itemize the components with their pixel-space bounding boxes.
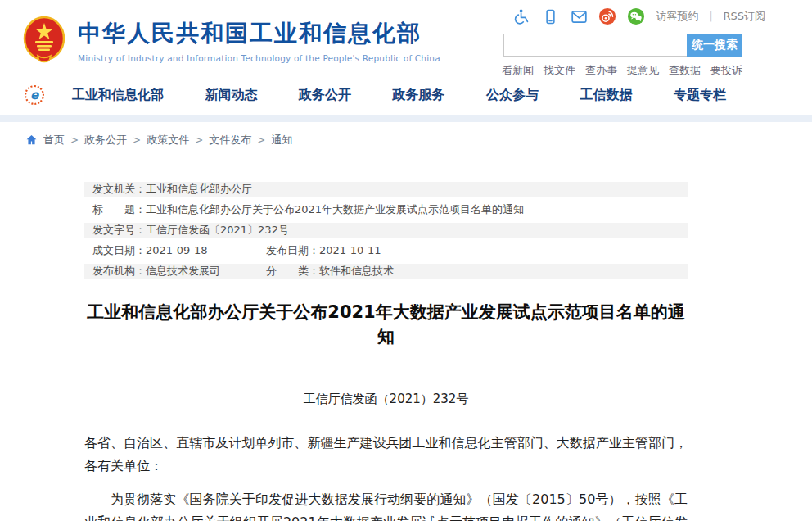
mobile-phone-icon[interactable] <box>541 7 559 25</box>
meta-label: 发布机构： <box>92 264 146 279</box>
breadcrumb-policy-documents[interactable]: 政策文件 <box>147 133 189 147</box>
nav-item-gov-services[interactable]: 政务服务 <box>393 87 445 104</box>
national-emblem-icon <box>23 16 65 64</box>
nav-item-gov-disclosure[interactable]: 政务公开 <box>299 87 351 104</box>
meta-value: 信息技术发展司 <box>146 264 220 279</box>
meta-label: 成文日期： <box>92 243 146 258</box>
site-logo[interactable]: 中华人民共和国工业和信息化部 Ministry of Industry and … <box>23 16 440 64</box>
meta-row-title: 标 题： 工业和信息化部办公厅关于公布2021年大数据产业发展试点示范项目名单的… <box>84 202 688 217</box>
accessibility-icon[interactable] <box>512 7 530 25</box>
brand-text: 中华人民共和国工业和信息化部 Ministry of Industry and … <box>78 18 440 63</box>
article-paragraph-salutation: 各省、自治区、直辖市及计划单列市、新疆生产建设兵团工业和信息化主管部门、大数据产… <box>84 432 688 477</box>
meta-row-document-number: 发文字号： 工信厅信发函〔2021〕232号 <box>84 223 688 238</box>
article-title: 工业和信息化部办公厅关于公布2021年大数据产业发展试点示范项目名单的通知 <box>84 300 688 349</box>
document-meta-table: 发文机关： 工业和信息化部办公厅 标 题： 工业和信息化部办公厅关于公布2021… <box>84 182 688 279</box>
article-doc-number: 工信厅信发函（2021）232号 <box>84 392 688 407</box>
quick-link-data[interactable]: 查数据 <box>669 63 701 78</box>
meta-label: 发布日期： <box>266 243 319 258</box>
visitor-appointment-link[interactable]: 访客预约 <box>656 9 698 24</box>
quick-link-feedback[interactable]: 提意见 <box>627 63 659 78</box>
quick-link-services[interactable]: 查办事 <box>585 63 617 78</box>
meta-label: 发文机关： <box>92 182 146 197</box>
home-icon[interactable] <box>25 134 38 147</box>
breadcrumb-home[interactable]: 首页 <box>43 133 65 147</box>
nav-item-public-participation[interactable]: 公众参与 <box>486 87 539 104</box>
quick-links-row: 看新闻 找文件 查办事 提意见 查数据 要投诉 <box>502 63 742 78</box>
nav-separator-band <box>0 115 812 122</box>
breadcrumb-document-release[interactable]: 文件发布 <box>209 133 251 147</box>
miit-notice-page: 中华人民共和国工业和信息化部 Ministry of Industry and … <box>0 0 812 521</box>
breadcrumb-separator: > <box>70 134 79 146</box>
mail-icon[interactable] <box>570 7 588 25</box>
main-navigation: e 工业和信息化部 新闻动态 政务公开 政务服务 公众参与 工信数据 专题专栏 <box>0 75 812 115</box>
meta-row-issuing-authority: 发文机关： 工业和信息化部办公厅 <box>84 182 688 197</box>
site-header: 中华人民共和国工业和信息化部 Ministry of Industry and … <box>0 0 812 75</box>
miit-e-logo-icon[interactable]: e <box>25 85 44 105</box>
meta-label: 标 题： <box>92 202 146 217</box>
search-input[interactable] <box>503 34 687 57</box>
nav-item-special-topics[interactable]: 专题专栏 <box>674 87 726 104</box>
breadcrumb: 首页 > 政务公开 > 政策文件 > 文件发布 > 通知 <box>0 122 812 147</box>
meta-value: 工业和信息化部办公厅关于公布2021年大数据产业发展试点示范项目名单的通知 <box>146 202 524 217</box>
header-right-tools: 访客预约 | RSS订阅 统一搜索 看新闻 找文件 查办事 提意见 查数据 要投… <box>502 7 765 78</box>
meta-label: 发文字号： <box>92 223 146 238</box>
meta-value: 2021-09-18 <box>146 243 208 258</box>
nav-item-miit-data[interactable]: 工信数据 <box>580 87 633 104</box>
document-content: 发文机关： 工业和信息化部办公厅 标 题： 工业和信息化部办公厅关于公布2021… <box>84 182 688 521</box>
breadcrumb-separator: > <box>257 134 265 146</box>
meta-value: 2021-10-11 <box>319 243 381 258</box>
meta-label: 分 类： <box>266 264 319 279</box>
breadcrumb-separator: > <box>195 134 203 146</box>
breadcrumb-current-notice: 通知 <box>271 133 292 147</box>
wechat-icon[interactable] <box>627 7 645 25</box>
quick-link-documents[interactable]: 找文件 <box>544 63 575 78</box>
article-paragraph-body: 为贯彻落实《国务院关于印发促进大数据发展行动纲要的通知》（国发〔2015〕50号… <box>84 488 688 521</box>
nav-item-list: 工业和信息化部 新闻动态 政务公开 政务服务 公众参与 工信数据 专题专栏 <box>72 87 726 104</box>
nav-item-news[interactable]: 新闻动态 <box>205 87 258 104</box>
meta-value: 工信厅信发函〔2021〕232号 <box>146 223 289 238</box>
header-icon-row: 访客预约 | RSS订阅 <box>502 7 765 26</box>
meta-value: 工业和信息化部办公厅 <box>146 182 252 197</box>
site-title-english: Ministry of Industry and Information Tec… <box>78 53 440 63</box>
nav-item-ministry[interactable]: 工业和信息化部 <box>72 87 164 104</box>
site-title: 中华人民共和国工业和信息化部 <box>78 18 440 49</box>
meta-row-publisher-category: 发布机构： 信息技术发展司 分 类： 软件和信息技术 <box>84 264 688 279</box>
meta-value: 软件和信息技术 <box>319 264 394 279</box>
quick-link-news[interactable]: 看新闻 <box>502 63 534 78</box>
breadcrumb-gov-disclosure[interactable]: 政务公开 <box>84 133 127 147</box>
quick-link-complaint[interactable]: 要投诉 <box>710 63 742 78</box>
rss-subscribe-link[interactable]: RSS订阅 <box>723 9 765 24</box>
weibo-icon[interactable] <box>598 7 616 25</box>
header-links-divider: | <box>709 11 712 22</box>
meta-row-dates: 成文日期： 2021-09-18 发布日期： 2021-10-11 <box>84 243 688 258</box>
unified-search-button[interactable]: 统一搜索 <box>687 34 742 57</box>
breadcrumb-separator: > <box>133 134 141 146</box>
unified-search-bar: 统一搜索 <box>503 34 742 57</box>
